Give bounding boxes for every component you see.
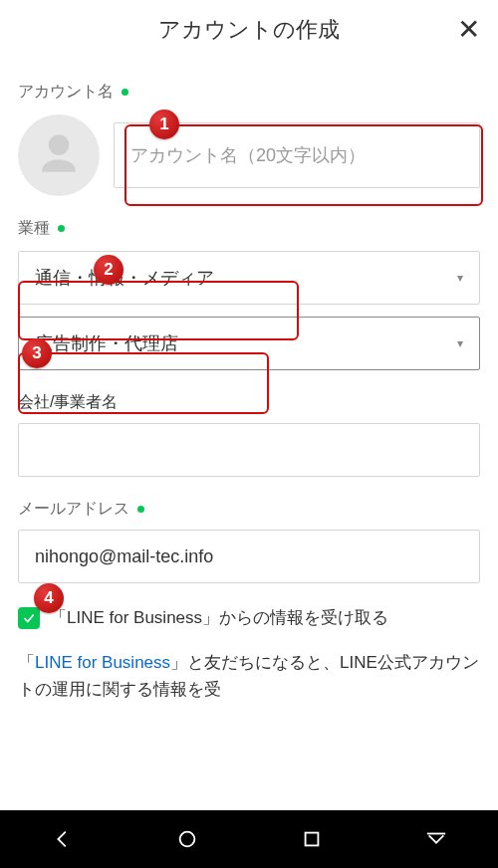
company-label: 会社/事業者名 bbox=[18, 392, 480, 413]
required-dot-icon bbox=[137, 506, 144, 513]
info-text: 「LINE for Business」と友だちになると、LINE公式アカウントの… bbox=[18, 649, 480, 703]
select-value: 広告制作・代理店 bbox=[35, 331, 178, 355]
label-text: アカウント名 bbox=[18, 82, 114, 103]
required-dot-icon bbox=[58, 225, 65, 232]
nav-recent-icon[interactable] bbox=[301, 828, 323, 850]
account-name-input[interactable] bbox=[114, 122, 480, 188]
form-content: アカウント名 業種 通信・情報・メディア ▾ 広告制作・代理店 ▾ 会社/事業者… bbox=[0, 82, 498, 703]
select-value: 通信・情報・メディア bbox=[35, 266, 214, 290]
company-input[interactable] bbox=[18, 423, 480, 477]
android-navbar bbox=[0, 810, 498, 868]
header: アカウントの作成 ✕ bbox=[0, 0, 498, 60]
page-title: アカウントの作成 bbox=[158, 15, 340, 45]
email-label: メールアドレス bbox=[18, 499, 480, 520]
nav-back-icon[interactable] bbox=[52, 828, 74, 850]
svg-rect-1 bbox=[305, 833, 318, 846]
account-name-label: アカウント名 bbox=[18, 82, 480, 103]
avatar-placeholder-icon[interactable] bbox=[18, 114, 100, 196]
label-text: メールアドレス bbox=[18, 499, 129, 520]
label-text: 業種 bbox=[18, 218, 50, 239]
required-dot-icon bbox=[122, 89, 128, 96]
industry-select-subcategory[interactable]: 広告制作・代理店 ▾ bbox=[18, 317, 480, 370]
close-icon[interactable]: ✕ bbox=[457, 16, 480, 44]
nav-dropdown-icon[interactable] bbox=[425, 828, 447, 850]
chevron-down-icon: ▾ bbox=[457, 271, 463, 285]
consent-label: 「LINE for Business」からの情報を受け取る bbox=[50, 605, 394, 631]
industry-select-category[interactable]: 通信・情報・メディア ▾ bbox=[18, 251, 480, 305]
consent-checkbox[interactable] bbox=[18, 607, 40, 629]
email-input[interactable] bbox=[18, 530, 480, 583]
svg-point-0 bbox=[179, 832, 194, 847]
chevron-down-icon: ▾ bbox=[457, 336, 463, 350]
account-name-row bbox=[18, 114, 480, 196]
consent-row: 「LINE for Business」からの情報を受け取る bbox=[18, 605, 480, 631]
line-for-business-link[interactable]: LINE for Business bbox=[35, 653, 170, 672]
nav-home-icon[interactable] bbox=[176, 828, 198, 850]
industry-label: 業種 bbox=[18, 218, 480, 239]
